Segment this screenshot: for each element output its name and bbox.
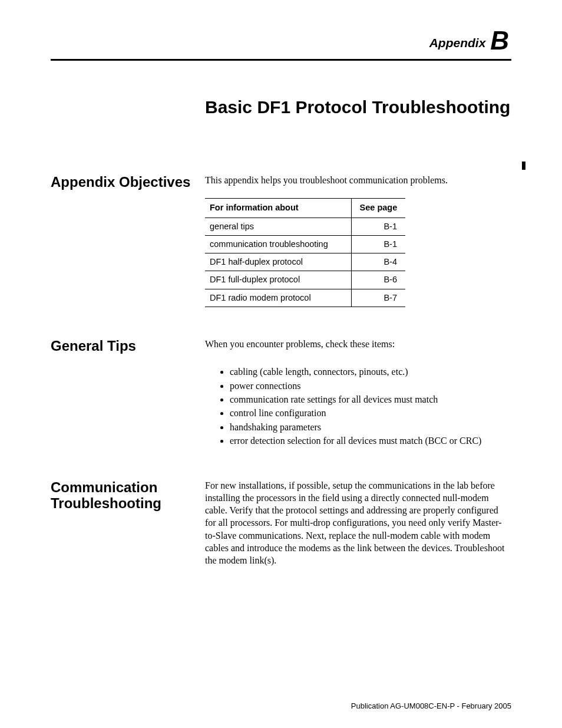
table-cell-page: B-1 (351, 235, 405, 253)
table-row: DF1 half-duplex protocol B-4 (205, 253, 405, 271)
list-item: control line configuration (230, 407, 511, 420)
list-item: error detection selection for all device… (230, 434, 511, 447)
table-cell-page: B-4 (351, 253, 405, 271)
section-heading-objectives: Appendix Objectives (51, 174, 205, 190)
list-item: power connections (230, 380, 511, 393)
section-heading-general-tips: General Tips (51, 338, 205, 354)
table-cell-topic: DF1 full-duplex protocol (205, 271, 351, 289)
page-title: Basic DF1 Protocol Troubleshooting (205, 97, 511, 117)
general-tips-list: cabling (cable length, connectors, pinou… (205, 365, 511, 447)
table-cell-topic: DF1 radio modem protocol (205, 289, 351, 307)
page-footer: Publication AG-UM008C-EN-P - February 20… (351, 701, 511, 710)
table-row: DF1 full-duplex protocol B-6 (205, 271, 405, 289)
table-cell-page: B-1 (351, 218, 405, 235)
section-heading-comm-troubleshooting: Communication Troubleshooting (51, 479, 205, 512)
table-row: communication troubleshooting B-1 (205, 235, 405, 253)
table-row: DF1 radio modem protocol B-7 (205, 289, 405, 307)
list-item: handshaking parameters (230, 421, 511, 434)
table-header-page: See page (351, 199, 405, 218)
section-general-tips: General Tips When you encounter problems… (51, 338, 511, 449)
table-cell-topic: communication troubleshooting (205, 235, 351, 253)
appendix-label-prefix: Appendix (429, 36, 486, 50)
header-rule (51, 59, 511, 61)
table-row: general tips B-1 (205, 218, 405, 235)
table-cell-topic: general tips (205, 218, 351, 235)
table-header-topic: For information about (205, 199, 351, 218)
objectives-intro: This appendix helps you troubleshoot com… (205, 174, 511, 186)
list-item: communication rate settings for all devi… (230, 393, 511, 406)
list-item: cabling (cable length, connectors, pinou… (230, 365, 511, 378)
section-comm-troubleshooting: Communication Troubleshooting For new in… (51, 479, 511, 567)
table-cell-page: B-7 (351, 289, 405, 307)
section-objectives: Appendix Objectives This appendix helps … (51, 174, 511, 307)
table-cell-topic: DF1 half-duplex protocol (205, 253, 351, 271)
table-cell-page: B-6 (351, 271, 405, 289)
appendix-header: Appendix B (51, 26, 511, 55)
change-bar (522, 162, 525, 170)
comm-troubleshooting-body: For new installations, if possible, setu… (205, 479, 511, 567)
general-tips-intro: When you encounter problems, check these… (205, 338, 511, 350)
objectives-table: For information about See page general t… (205, 198, 405, 307)
appendix-letter: B (490, 26, 509, 55)
